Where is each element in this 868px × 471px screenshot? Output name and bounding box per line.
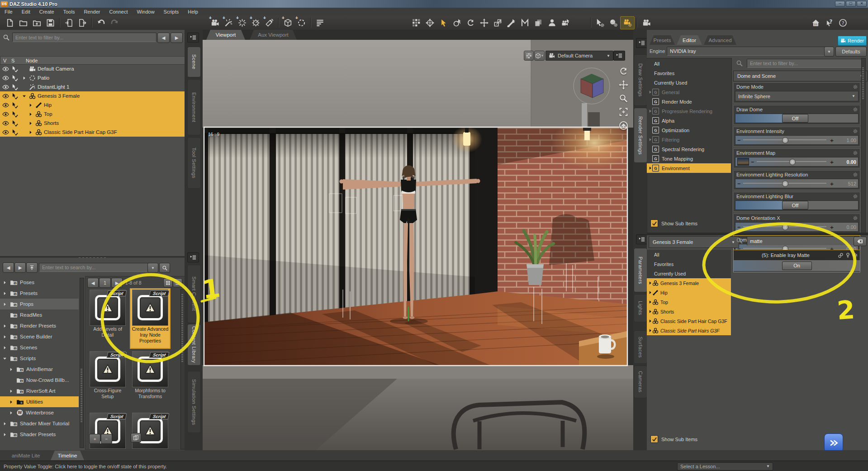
- content-item-script-4[interactable]: Script: [88, 412, 127, 450]
- open-merge-icon[interactable]: [30, 17, 43, 29]
- panel-splitter[interactable]: [647, 233, 868, 235]
- visibility-eye-icon[interactable]: [2, 75, 9, 81]
- tab-presets[interactable]: Presets: [650, 35, 675, 45]
- scene-info-icon[interactable]: [313, 17, 327, 29]
- selectable-cursor-icon[interactable]: [12, 66, 19, 72]
- polygon-group-tool-icon[interactable]: [518, 17, 531, 29]
- camera-selector[interactable]: Default Camera ▼: [545, 51, 613, 61]
- selectable-cursor-icon[interactable]: [12, 84, 19, 90]
- whats-this-icon[interactable]: [822, 17, 836, 29]
- expander-icon[interactable]: [3, 313, 7, 317]
- expander-icon[interactable]: [28, 103, 33, 107]
- slider-increment[interactable]: ＋: [829, 138, 835, 143]
- geometry-editor-tool-icon[interactable]: [531, 17, 545, 29]
- viewport-menu-icon[interactable]: [613, 51, 625, 61]
- content-search-input[interactable]: [39, 263, 150, 272]
- scene-node-default-camera[interactable]: Default Camera: [0, 64, 185, 73]
- slider-decrement[interactable]: −: [737, 181, 740, 186]
- render-category-favorites[interactable]: Favorites: [647, 68, 731, 78]
- parameter-node-classic-side-part-hair-cap-g3f[interactable]: Classic Side Part Hair Cap G3F: [647, 316, 731, 326]
- clear-search-icon[interactable]: [854, 237, 867, 246]
- tab-animate-lite[interactable]: aniMate Lite: [5, 451, 47, 460]
- folder-props[interactable]: Props: [0, 299, 79, 309]
- expander-icon[interactable]: [9, 400, 13, 404]
- render-category-spectral-rendering[interactable]: GSpectral Rendering: [647, 144, 731, 154]
- render-category-optimization[interactable]: GOptimization: [647, 125, 731, 135]
- render-category-environment[interactable]: GEnvironment: [647, 163, 731, 173]
- property-on-toggle[interactable]: On: [782, 262, 812, 270]
- gear-icon[interactable]: [853, 150, 858, 156]
- folder-winterbrose[interactable]: Winterbrose: [0, 407, 79, 418]
- new-point-light-icon[interactable]: +: [235, 17, 249, 29]
- selectable-cursor-icon[interactable]: [12, 120, 19, 127]
- tab-parameters[interactable]: Parameters: [634, 248, 647, 292]
- key-icon[interactable]: [845, 252, 851, 258]
- property-dropdown[interactable]: Infinite Sphere▼: [735, 91, 859, 101]
- parameters-node-selector[interactable]: Genesis 3 Female▼: [649, 236, 739, 248]
- folder-now-crowd-billb-[interactable]: Now-Crowd Billb...: [0, 375, 79, 385]
- expander-icon[interactable]: [9, 367, 13, 371]
- engine-dropdown-icon[interactable]: ▼: [824, 47, 834, 57]
- environment-map-thumbnail[interactable]: [737, 158, 749, 166]
- folder-alvinbemar[interactable]: AlvinBemar: [0, 364, 79, 375]
- title-bar[interactable]: DS DAZ Studio 4.10 Pro ─ ▢ ✕: [0, 0, 868, 8]
- parameter-node-currently-used[interactable]: Currently Used: [647, 269, 731, 279]
- expander-icon[interactable]: [22, 94, 26, 98]
- parameter-node-favorites[interactable]: Favorites: [647, 259, 731, 269]
- undo-icon[interactable]: [94, 17, 108, 29]
- menu-connect[interactable]: Connect: [105, 8, 133, 15]
- visibility-eye-icon[interactable]: [2, 102, 9, 109]
- iray-preview-icon[interactable]: [607, 17, 620, 29]
- twist-tool-icon[interactable]: [464, 17, 477, 29]
- save-icon[interactable]: [43, 17, 57, 29]
- expander-icon[interactable]: [3, 291, 7, 295]
- content-dock-menu-icon[interactable]: [187, 252, 199, 262]
- folder-presets[interactable]: Presets: [0, 288, 79, 299]
- expander-icon[interactable]: [3, 422, 7, 426]
- parameter-node-top[interactable]: Top: [647, 297, 731, 307]
- content-up-button[interactable]: [26, 262, 38, 273]
- property-group-selector[interactable]: Dome and Scene▼: [733, 71, 868, 81]
- visibility-eye-icon[interactable]: [2, 129, 9, 136]
- expander-icon[interactable]: [9, 389, 13, 393]
- visibility-eye-icon[interactable]: [2, 111, 9, 118]
- new-camera-icon[interactable]: +: [208, 17, 222, 29]
- folder-render-presets[interactable]: Render Presets: [0, 320, 79, 331]
- tab-viewport[interactable]: Viewport: [206, 30, 245, 40]
- filter-forward-button[interactable]: ▶: [171, 33, 183, 43]
- tab-simulation-settings[interactable]: Simulation Settings: [187, 371, 201, 433]
- menu-create[interactable]: Create: [35, 8, 59, 15]
- help-icon[interactable]: [836, 17, 849, 29]
- selectable-cursor-icon[interactable]: [12, 129, 19, 136]
- universal-tool-icon[interactable]: [423, 17, 436, 29]
- folder-utilities[interactable]: Utilities: [0, 396, 79, 407]
- defaults-button[interactable]: Defaults: [835, 47, 867, 57]
- scene-node-classic-side-part-hair-cap-g3f[interactable]: Classic Side Part Hair Cap G3F: [0, 128, 185, 137]
- daz-central-icon[interactable]: [809, 17, 822, 29]
- menu-edit[interactable]: Edit: [17, 8, 35, 15]
- slider-increment[interactable]: ＋: [829, 225, 835, 229]
- orbit-tool-icon[interactable]: [617, 65, 630, 77]
- content-item-script-5[interactable]: Script: [131, 412, 170, 450]
- grid-view-icon[interactable]: [163, 278, 173, 287]
- spot-render-tool-icon[interactable]: [559, 17, 572, 29]
- expander-icon[interactable]: [22, 76, 26, 80]
- slider-decrement[interactable]: −: [737, 138, 740, 143]
- slider-decrement[interactable]: −: [737, 225, 740, 229]
- redo-icon[interactable]: [108, 17, 121, 29]
- scene-node-genesis-3-female[interactable]: Genesis 3 Female: [0, 91, 185, 100]
- tab-environment[interactable]: Environment: [187, 79, 201, 135]
- expander-icon[interactable]: [3, 357, 7, 361]
- folder-scene-builder[interactable]: Scene Builder: [0, 331, 79, 342]
- parameter-node-shorts[interactable]: Shorts: [647, 307, 731, 317]
- tab-tool-settings[interactable]: Tool Settings: [187, 137, 201, 189]
- export-icon[interactable]: [76, 17, 89, 29]
- page-prev-button[interactable]: ◀: [87, 278, 99, 288]
- expander-icon[interactable]: [28, 130, 33, 134]
- pages-icon[interactable]: [131, 433, 141, 442]
- frame-tool-icon[interactable]: [617, 106, 630, 118]
- render-category-filtering[interactable]: GFiltering: [647, 135, 731, 145]
- gear-icon[interactable]: [853, 107, 858, 112]
- rotate-tool-icon[interactable]: [450, 17, 464, 29]
- folder-shader-mixer-tutorial[interactable]: Shader Mixer Tutorial: [0, 418, 79, 429]
